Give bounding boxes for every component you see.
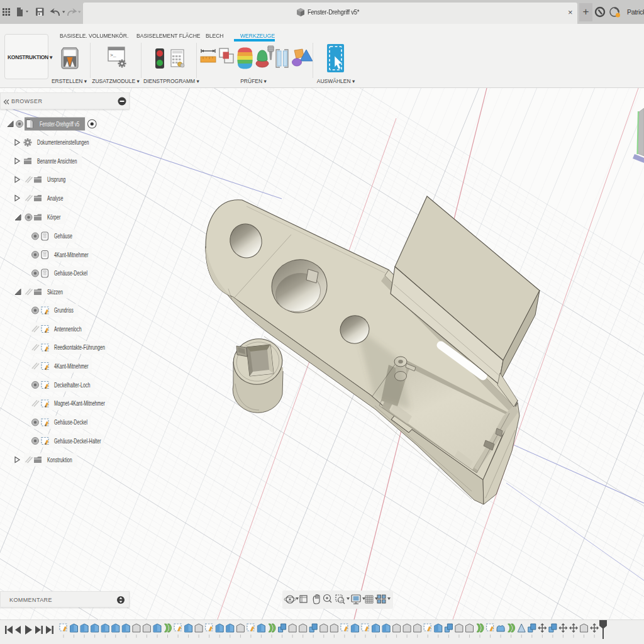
svg-text:>_: >_: [110, 52, 116, 58]
